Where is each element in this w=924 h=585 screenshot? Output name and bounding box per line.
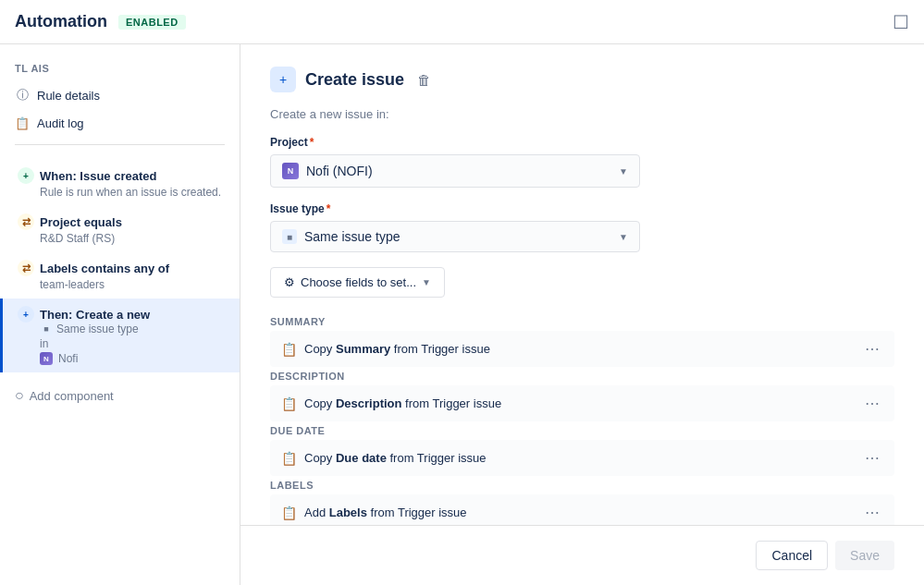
copy-icon-due-date: 📋	[281, 451, 297, 466]
chevron-down-icon: ▼	[619, 166, 628, 177]
sidebar-item-rule-details[interactable]: ⓘ Rule details	[0, 81, 240, 109]
step-sub-row-then2: in	[18, 337, 225, 350]
step-sub1-then: Same issue type	[56, 323, 139, 335]
due-date-field-text: Copy Due date from Trigger issue	[304, 451, 487, 465]
labels-field-row: 📋 Add Labels from Trigger issue ⋯	[270, 494, 894, 525]
step-icon-when: +	[18, 167, 34, 184]
step-icon-project: ⇄	[18, 213, 34, 230]
project-select[interactable]: N Nofi (NOFI) ▼	[270, 154, 640, 188]
enabled-badge: ENABLED	[118, 15, 186, 30]
sidebar-divider	[15, 144, 225, 145]
summary-field-row: 📋 Copy Summary from Trigger issue ⋯	[270, 331, 894, 367]
copy-icon-labels: 📋	[281, 506, 297, 520]
summary-section-label: Summary	[270, 316, 894, 327]
project-field-group: Project* N Nofi (NOFI) ▼	[270, 136, 894, 188]
due-date-section-label: Due date	[270, 425, 894, 436]
app-title: Automation	[15, 12, 107, 31]
chevron-down-icon-issue: ▼	[619, 232, 628, 242]
workflow-steps: + When: Issue created Rule is run when a…	[0, 152, 240, 380]
save-button[interactable]: Save	[835, 541, 894, 570]
circle-icon: ○	[15, 387, 24, 404]
create-issue-icon: +	[270, 67, 296, 92]
project-select-icon: N	[282, 163, 299, 179]
circle-info-icon: ⓘ	[15, 88, 30, 103]
step-title-when: When: Issue created	[40, 169, 156, 183]
top-bar: Automation ENABLED ☐	[0, 0, 924, 44]
main-layout: TL AIs ⓘ Rule details 📋 Audit log + When…	[0, 44, 924, 585]
step-title-labels: Labels contains any of	[40, 262, 169, 275]
add-component-button[interactable]: ○ Add component	[0, 380, 240, 411]
description-field-row: 📋 Copy Description from Trigger issue ⋯	[270, 385, 894, 421]
issue-type-select-value: Same issue type	[304, 229, 400, 244]
sidebar-item-audit-log[interactable]: 📋 Audit log	[0, 109, 240, 137]
step-sub2-then: in	[40, 337, 48, 350]
three-dots-description[interactable]: ⋯	[861, 393, 883, 414]
copy-icon-description: 📋	[281, 396, 297, 411]
labels-section-label: Labels	[270, 480, 894, 491]
three-dots-labels[interactable]: ⋯	[861, 502, 883, 523]
step-sub-project: R&D Staff (RS)	[18, 232, 225, 245]
gear-icon: ⚙	[284, 275, 295, 289]
summary-section: Summary 📋 Copy Summary from Trigger issu…	[270, 316, 894, 367]
add-component-label: Add component	[30, 389, 114, 403]
cancel-button[interactable]: Cancel	[756, 541, 828, 570]
three-dots-summary[interactable]: ⋯	[861, 338, 883, 360]
issue-type-field-label: Issue type*	[270, 202, 894, 215]
create-new-label: Create a new issue in:	[270, 107, 894, 121]
issue-type-select-icon: ■	[282, 229, 297, 244]
sidebar: TL AIs ⓘ Rule details 📋 Audit log + When…	[0, 44, 240, 585]
step-sub-row-then3: N Nofi	[18, 352, 225, 365]
issue-type-field-group: Issue type* ■ Same issue type ▼	[270, 202, 894, 252]
issue-type-icon-small: ■	[40, 323, 53, 335]
labels-section: Labels 📋 Add Labels from Trigger issue ⋯	[270, 480, 894, 525]
sidebar-item-label-rule-details: Rule details	[37, 89, 100, 103]
issue-type-select[interactable]: ■ Same issue type ▼	[270, 221, 640, 252]
step-icon-then: +	[18, 306, 34, 323]
step-title-project: Project equals	[40, 215, 122, 229]
step-sub3-then: Nofi	[58, 352, 78, 365]
choose-fields-button[interactable]: ⚙ Choose fields to set... ▼	[270, 267, 445, 298]
right-panel: + Create issue 🗑 Create a new issue in: …	[240, 44, 924, 585]
step-project-equals[interactable]: ⇄ Project equals R&D Staff (RS)	[0, 206, 240, 252]
due-date-field-row: 📋 Copy Due date from Trigger issue ⋯	[270, 440, 894, 476]
main-content: + Create issue 🗑 Create a new issue in: …	[240, 44, 924, 525]
three-dots-due-date[interactable]: ⋯	[861, 447, 883, 469]
description-field-text: Copy Description from Trigger issue	[304, 396, 501, 410]
create-issue-header: + Create issue 🗑	[270, 67, 894, 92]
summary-field-text: Copy Summary from Trigger issue	[304, 342, 490, 356]
step-sub-when: Rule is run when an issue is created.	[18, 186, 225, 199]
chevron-down-icon-fields: ▼	[422, 277, 431, 287]
step-icon-labels: ⇄	[18, 260, 34, 276]
step-sub-labels: team-leaders	[18, 278, 225, 291]
project-select-value: Nofi (NOFI)	[306, 164, 373, 178]
footer-buttons: Cancel Save	[240, 525, 924, 585]
trash-icon[interactable]: 🗑	[417, 72, 431, 88]
choose-fields-label: Choose fields to set...	[301, 275, 416, 289]
step-then-create[interactable]: + Then: Create a new ■ Same issue type i…	[0, 299, 240, 372]
sidebar-section-title: TL AIs	[0, 59, 240, 81]
step-labels-contains[interactable]: ⇄ Labels contains any of team-leaders	[0, 252, 240, 299]
step-title-then: Then: Create a new	[40, 308, 150, 322]
due-date-section: Due date 📋 Copy Due date from Trigger is…	[270, 425, 894, 476]
sidebar-item-label-audit-log: Audit log	[37, 116, 84, 130]
step-sub-row-then: ■ Same issue type	[18, 323, 225, 335]
step-when-issue-created[interactable]: + When: Issue created Rule is run when a…	[0, 160, 240, 206]
description-section-label: Description	[270, 371, 894, 382]
project-field-label: Project*	[270, 136, 894, 149]
description-section: Description 📋 Copy Description from Trig…	[270, 371, 894, 421]
panel-icon[interactable]: ☐	[893, 11, 909, 33]
copy-icon-summary: 📋	[281, 342, 297, 357]
labels-field-text: Add Labels from Trigger issue	[304, 506, 467, 519]
project-icon-small: N	[40, 352, 53, 365]
create-issue-title: Create issue	[305, 70, 404, 90]
clipboard-icon: 📋	[15, 116, 30, 130]
